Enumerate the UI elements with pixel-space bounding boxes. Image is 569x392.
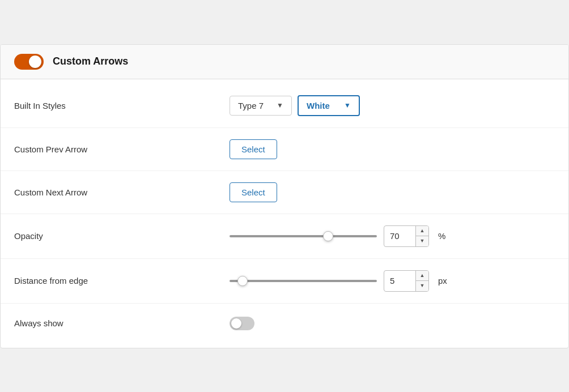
custom-prev-arrow-select-button[interactable]: Select (230, 139, 277, 159)
color-dropdown[interactable]: White ▼ (298, 95, 360, 116)
custom-next-arrow-label: Custom Next Arrow (14, 188, 230, 197)
distance-from-edge-row: Distance from edge ▲ ▼ px (1, 259, 568, 304)
distance-unit: px (438, 276, 447, 286)
always-show-controls (230, 317, 555, 330)
opacity-slider-thumb[interactable] (323, 231, 333, 241)
custom-prev-arrow-controls: Select (230, 139, 555, 159)
distance-slider-track (230, 280, 377, 282)
opacity-increment-button[interactable]: ▲ (416, 226, 428, 236)
always-show-label: Always show (14, 318, 230, 328)
opacity-row: Opacity ▲ ▼ % (1, 214, 568, 259)
distance-spinner: ▲ ▼ (415, 271, 428, 291)
opacity-spinner: ▲ ▼ (415, 226, 428, 246)
custom-next-arrow-row: Custom Next Arrow Select (1, 171, 568, 214)
distance-input-group: ▲ ▼ (384, 270, 429, 292)
built-in-styles-row: Built In Styles Type 7 ▼ White ▼ (1, 84, 568, 128)
opacity-decrement-button[interactable]: ▼ (416, 236, 428, 246)
always-show-toggle[interactable] (230, 317, 254, 330)
panel-body: Built In Styles Type 7 ▼ White ▼ Cus (1, 79, 568, 348)
opacity-slider-container: ▲ ▼ % (230, 225, 445, 247)
opacity-label: Opacity (14, 231, 230, 241)
color-dropdown-button[interactable]: White ▼ (298, 95, 360, 116)
opacity-slider-track (230, 235, 377, 237)
distance-number-input[interactable] (384, 272, 415, 289)
distance-decrement-button[interactable]: ▼ (416, 281, 428, 291)
distance-from-edge-controls: ▲ ▼ px (230, 270, 555, 292)
color-dropdown-value: White (307, 101, 330, 110)
style-dropdown-button[interactable]: Type 7 ▼ (230, 96, 292, 116)
style-dropdown[interactable]: Type 7 ▼ (230, 96, 292, 116)
style-dropdown-arrow-icon: ▼ (277, 101, 283, 109)
panel-title: Custom Arrows (53, 56, 128, 67)
opacity-slider-wrapper[interactable] (230, 231, 377, 242)
custom-arrows-panel: Custom Arrows Built In Styles Type 7 ▼ W… (0, 44, 569, 348)
always-show-toggle-thumb (231, 318, 241, 329)
built-in-styles-label: Built In Styles (14, 101, 230, 110)
built-in-styles-controls: Type 7 ▼ White ▼ (230, 95, 555, 116)
opacity-number-input[interactable] (384, 228, 415, 244)
custom-arrows-toggle[interactable] (14, 54, 44, 70)
custom-prev-arrow-row: Custom Prev Arrow Select (1, 128, 568, 171)
toggle-thumb (29, 56, 41, 68)
custom-prev-arrow-label: Custom Prev Arrow (14, 144, 230, 154)
opacity-controls: ▲ ▼ % (230, 225, 555, 247)
distance-from-edge-label: Distance from edge (14, 276, 230, 286)
distance-increment-button[interactable]: ▲ (416, 271, 428, 281)
style-dropdown-value: Type 7 (238, 101, 264, 110)
opacity-unit: % (438, 231, 445, 241)
custom-next-arrow-controls: Select (230, 182, 555, 202)
distance-slider-thumb[interactable] (237, 276, 248, 286)
color-dropdown-arrow-icon: ▼ (344, 101, 351, 109)
panel-header: Custom Arrows (1, 45, 568, 79)
custom-next-arrow-select-button[interactable]: Select (230, 182, 277, 202)
always-show-row: Always show (1, 304, 568, 343)
distance-slider-wrapper[interactable] (230, 275, 377, 287)
distance-slider-container: ▲ ▼ px (230, 270, 447, 292)
opacity-input-group: ▲ ▼ (384, 225, 429, 247)
